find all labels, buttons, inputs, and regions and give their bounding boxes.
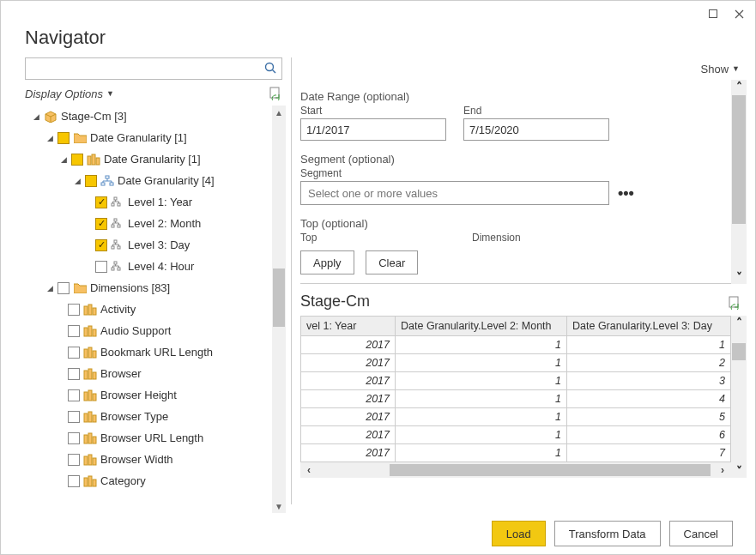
svg-rect-34 [93, 351, 96, 358]
tree-leaf-dimension[interactable]: Browser Width [25, 449, 269, 470]
checkbox[interactable] [68, 368, 80, 380]
preview-refresh-icon[interactable] [728, 296, 741, 310]
checkbox[interactable]: ✓ [85, 175, 97, 187]
tree-leaf-dimension[interactable]: Audio Support [25, 320, 269, 341]
column-header[interactable]: Date Granularity.Level 2: Month [396, 317, 567, 336]
table-cell: 3 [567, 372, 731, 390]
scroll-up-icon[interactable]: ▲ [272, 106, 286, 119]
tree-node-dimensions[interactable]: ◢ Dimensions [83] [25, 277, 269, 299]
checkbox[interactable]: ✓ [95, 218, 107, 230]
tree-node-stage-cm[interactable]: ◢ Stage-Cm [3] [25, 106, 269, 127]
tree-label: Level 4: Hour [128, 256, 194, 277]
scroll-down-icon[interactable]: ▼ [272, 499, 286, 513]
segment-input[interactable]: Select one or more values [300, 181, 609, 205]
scroll-down-icon[interactable]: ˅ [731, 464, 747, 478]
table-row[interactable]: 201713 [301, 372, 731, 390]
checkbox[interactable] [68, 325, 80, 337]
window-close-button[interactable] [726, 3, 752, 24]
tree-leaf-dimension[interactable]: Activity [25, 299, 269, 320]
svg-rect-12 [101, 183, 105, 185]
scrollbar-thumb[interactable] [390, 464, 711, 476]
start-date-input[interactable]: 1/1/2017 [300, 118, 446, 141]
transform-data-button[interactable]: Transform Data [554, 521, 661, 546]
column-header[interactable]: Date Granularity.Level 3: Day [567, 317, 731, 336]
scroll-down-icon[interactable]: ˅ [731, 270, 747, 284]
search-field-wrap[interactable] [25, 57, 282, 80]
checkbox[interactable] [68, 475, 80, 487]
checkbox[interactable] [57, 282, 70, 294]
tree-leaf-dimension[interactable]: Bookmark URL Length [25, 341, 269, 363]
svg-rect-22 [118, 246, 120, 249]
tree-leaf-level-1-year[interactable]: ✓ Level 1: Year [25, 191, 269, 213]
apply-button[interactable]: Apply [300, 250, 354, 274]
checkbox[interactable] [95, 261, 107, 273]
show-dropdown[interactable]: Show ▼ [701, 63, 740, 75]
scroll-left-icon[interactable]: ‹ [300, 464, 318, 476]
checkbox[interactable] [68, 454, 80, 466]
scrollbar-thumb[interactable] [273, 268, 285, 327]
tree-view[interactable]: ◢ Stage-Cm [3] ◢ ✓ Date Granularity [1] [25, 106, 272, 513]
tree-node-date-granularity-folder[interactable]: ◢ ✓ Date Granularity [1] [25, 127, 269, 148]
scrollbar-thumb[interactable] [732, 343, 746, 360]
chevron-down-icon: ◢ [32, 106, 40, 127]
table-cell: 2017 [301, 354, 396, 372]
table-h-scrollbar[interactable]: ‹ › [300, 462, 731, 478]
checkbox[interactable] [68, 389, 80, 401]
table-row[interactable]: 201712 [301, 354, 731, 372]
cancel-button[interactable]: Cancel [669, 521, 733, 546]
table-cell: 7 [567, 444, 731, 462]
checkbox[interactable]: ✓ [71, 154, 83, 166]
refresh-icon[interactable] [269, 87, 282, 100]
tree-leaf-dimension[interactable]: Category [25, 470, 269, 492]
load-button[interactable]: Load [492, 521, 546, 546]
tree-leaf-level-3-day[interactable]: ✓ Level 3: Day [25, 234, 269, 256]
table-v-scrollbar[interactable]: ˄ ˅ [731, 316, 747, 478]
chevron-down-icon: ▼ [732, 64, 740, 73]
column-header[interactable]: vel 1: Year [301, 317, 396, 336]
checkbox[interactable] [68, 411, 80, 423]
end-date-input[interactable]: 7/15/2020 [463, 118, 609, 141]
checkbox[interactable]: ✓ [57, 132, 70, 144]
scroll-right-icon[interactable]: › [714, 464, 731, 476]
tree-leaf-level-2-month[interactable]: ✓ Level 2: Month [25, 213, 269, 234]
scroll-up-icon[interactable]: ˄ [731, 316, 747, 329]
svg-rect-29 [84, 328, 88, 336]
preview-table: vel 1: YearDate Granularity.Level 2: Mon… [300, 316, 731, 462]
form-scrollbar[interactable]: ˄ ˅ [731, 80, 747, 284]
table-row[interactable]: 201711 [301, 336, 731, 354]
ellipsis-icon[interactable]: ••• [618, 184, 634, 202]
page-title: Navigator [25, 27, 755, 49]
checkbox[interactable] [68, 432, 80, 444]
search-input[interactable] [31, 62, 264, 76]
scroll-up-icon[interactable]: ˄ [731, 80, 747, 94]
tree-label: Stage-Cm [3] [61, 106, 127, 127]
tree-node-date-granularity-hier[interactable]: ◢ ✓ Date Granularity [4] [25, 170, 269, 191]
tree-leaf-dimension[interactable]: Browser Height [25, 384, 269, 406]
tree-node-date-granularity-dim[interactable]: ◢ ✓ Date Granularity [1] [25, 148, 269, 170]
table-row[interactable]: 201716 [301, 426, 731, 444]
clear-button[interactable]: Clear [366, 250, 418, 274]
checkbox[interactable]: ✓ [95, 196, 107, 208]
table-row[interactable]: 201715 [301, 408, 731, 426]
level-icon [111, 261, 124, 273]
checkbox[interactable] [68, 347, 80, 359]
tree-scrollbar[interactable]: ▲ ▼ [272, 106, 286, 513]
table-row[interactable]: 201714 [301, 390, 731, 408]
window-maximize-button[interactable] [700, 3, 726, 24]
checkbox[interactable]: ✓ [95, 239, 107, 251]
display-options-dropdown[interactable]: Display Options ▼ [25, 87, 114, 100]
tree-label: Level 1: Year [128, 192, 192, 213]
tree-leaf-level-4-hour[interactable]: Level 4: Hour [25, 256, 269, 277]
svg-rect-15 [112, 203, 114, 206]
table-row[interactable]: 201717 [301, 444, 731, 462]
svg-rect-32 [84, 349, 88, 358]
tree-leaf-dimension[interactable]: Browser URL Length [25, 427, 269, 449]
dimension-icon [83, 411, 97, 423]
close-icon [735, 9, 744, 19]
scrollbar-thumb[interactable] [732, 95, 746, 224]
start-label: Start [300, 105, 446, 117]
checkbox[interactable] [68, 304, 80, 316]
tree-leaf-dimension[interactable]: Browser [25, 363, 269, 384]
svg-rect-39 [88, 390, 92, 401]
tree-leaf-dimension[interactable]: Browser Type [25, 406, 269, 427]
